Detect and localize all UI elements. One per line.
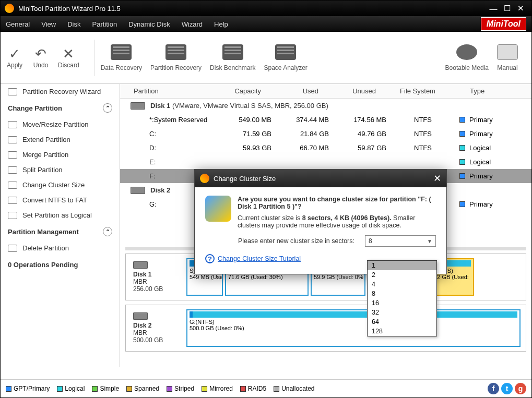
chevron-down-icon: ▼: [427, 238, 432, 244]
check-icon: ✓: [6, 47, 23, 62]
table-header: Partition Capacity Used Unused File Syst…: [120, 84, 531, 99]
menu-view[interactable]: View: [41, 20, 56, 28]
window-title: MiniTool Partition Wizard Pro 11.5: [18, 5, 121, 13]
legend-item: Striped: [167, 385, 194, 392]
legend: GPT/PrimaryLogicalSimpleSpannedStripedMi…: [1, 379, 531, 397]
change-cluster-size-dialog: Change Cluster Size ✕ Are you sure you w…: [194, 169, 447, 274]
sidebar-item[interactable]: Convert NTFS to FAT: [1, 192, 120, 208]
legend-item: Logical: [57, 385, 85, 392]
col-filesystem[interactable]: File System: [381, 87, 454, 95]
close-button[interactable]: ✕: [514, 2, 527, 15]
action-icon: [8, 151, 17, 159]
drive-icon: [222, 44, 243, 60]
disk-benchmark-button[interactable]: Disk Benchmark: [210, 44, 255, 71]
drive-icon: [8, 88, 17, 95]
sidebar: Partition Recovery Wizard Change Partiti…: [1, 84, 120, 367]
sidebar-item[interactable]: Change Cluster Size: [1, 177, 120, 192]
dropdown-option[interactable]: 64: [368, 317, 436, 327]
col-type[interactable]: Type: [454, 87, 531, 95]
menu-partition[interactable]: Partition: [92, 20, 117, 28]
col-capacity[interactable]: Capacity: [209, 87, 266, 95]
dialog-close-button[interactable]: ✕: [433, 173, 441, 184]
sidebar-item-recovery-wizard[interactable]: Partition Recovery Wizard: [1, 84, 120, 99]
toolbar: ✓Apply ↶Undo ✕Discard Data Recovery Part…: [1, 32, 531, 84]
dialog-current-info: Current cluster size is 8 sectors, 4 KB …: [238, 214, 436, 229]
dialog-prompt: Please enter new cluster size in sectors…: [238, 237, 354, 245]
sidebar-item[interactable]: Extend Partition: [1, 132, 120, 147]
bootable-media-button[interactable]: Bootable Media: [445, 44, 489, 71]
sidebar-header-partition-management[interactable]: Partition Management⌃: [1, 223, 120, 240]
facebook-icon[interactable]: f: [488, 383, 499, 394]
col-partition[interactable]: Partition: [120, 87, 209, 95]
legend-item: RAID5: [240, 385, 266, 392]
menu-help[interactable]: Help: [214, 20, 228, 28]
action-icon: [8, 197, 17, 204]
drive-icon: [165, 44, 186, 60]
dropdown-option[interactable]: 2: [368, 270, 436, 280]
twitter-icon[interactable]: t: [501, 383, 513, 394]
col-used[interactable]: Used: [266, 87, 324, 95]
partition-recovery-button[interactable]: Partition Recovery: [150, 44, 202, 71]
space-analyzer-button[interactable]: Space Analyzer: [264, 44, 307, 71]
title-bar: MiniTool Partition Wizard Pro 11.5 — ☐ ✕: [1, 1, 531, 16]
disc-icon: [456, 44, 477, 60]
action-icon: [8, 212, 17, 219]
googleplus-icon[interactable]: g: [515, 383, 526, 394]
sidebar-item[interactable]: Set Partition as Logical: [1, 208, 120, 223]
brand-logo: MiniTool: [481, 17, 526, 31]
menu-general[interactable]: General: [6, 20, 30, 28]
help-icon: ?: [205, 254, 215, 263]
action-icon: [8, 182, 17, 189]
legend-item: Unallocated: [274, 385, 314, 392]
dialog-icon: [200, 174, 209, 183]
dropdown-option[interactable]: 4: [368, 280, 436, 289]
drive-icon: [275, 44, 296, 60]
hdd-icon: [133, 312, 148, 320]
legend-item: Spanned: [126, 385, 159, 392]
dropdown-option[interactable]: 16: [368, 298, 436, 308]
partition-block[interactable]: G:(NTFS)500.0 GB (Used: 0%): [186, 309, 521, 347]
data-recovery-button[interactable]: Data Recovery: [101, 44, 142, 71]
manual-button[interactable]: Manual: [497, 44, 518, 71]
chevron-up-icon: ⌃: [103, 227, 112, 236]
dialog-hero-icon: [205, 196, 231, 222]
menu-bar: General View Disk Partition Dynamic Disk…: [1, 16, 531, 32]
sidebar-item[interactable]: Split Partition: [1, 162, 120, 177]
chevron-up-icon: ⌃: [103, 103, 112, 113]
cluster-size-dropdown[interactable]: 1248163264128: [367, 260, 437, 336]
table-row[interactable]: D:59.93 GB66.70 MB59.87 GBNTFSLogical: [120, 141, 531, 155]
col-unused[interactable]: Unused: [324, 87, 381, 95]
app-icon: [5, 4, 14, 13]
sidebar-item[interactable]: Move/Resize Partition: [1, 117, 120, 132]
dialog-title-bar[interactable]: Change Cluster Size ✕: [195, 170, 446, 187]
apply-button[interactable]: ✓Apply: [6, 47, 23, 69]
minimize-button[interactable]: —: [487, 2, 500, 15]
sidebar-header-change-partition[interactable]: Change Partition⌃: [1, 99, 120, 117]
maximize-button[interactable]: ☐: [500, 2, 514, 15]
table-row[interactable]: *:System Reserved549.00 MB374.44 MB174.5…: [120, 113, 531, 127]
dropdown-option[interactable]: 128: [368, 327, 436, 336]
action-icon: [8, 245, 17, 252]
pending-operations: 0 Operations Pending: [1, 256, 120, 274]
drive-icon: [111, 44, 132, 60]
dialog-question: Are you sure you want to change cluster …: [238, 196, 436, 210]
sidebar-item[interactable]: Merge Partition: [1, 147, 120, 162]
table-row[interactable]: E:Logical: [120, 155, 531, 169]
menu-dynamic-disk[interactable]: Dynamic Disk: [128, 20, 170, 28]
dropdown-option[interactable]: 8: [368, 289, 436, 298]
dropdown-option[interactable]: 1: [368, 261, 436, 270]
cluster-size-select[interactable]: 8 ▼: [365, 235, 436, 247]
disk-2-map: Disk 2 MBR 500.00 GB G:(NTFS)500.0 GB (U…: [125, 305, 526, 352]
menu-wizard[interactable]: Wizard: [182, 20, 203, 28]
action-icon: [8, 136, 17, 143]
menu-disk[interactable]: Disk: [67, 20, 80, 28]
discard-button[interactable]: ✕Discard: [58, 47, 79, 69]
dropdown-option[interactable]: 32: [368, 308, 436, 317]
disk-1-header[interactable]: Disk 1 (VMware, VMware Virtual S SAS, MB…: [120, 99, 531, 113]
sidebar-item[interactable]: Delete Partition: [1, 240, 120, 256]
undo-button[interactable]: ↶Undo: [32, 47, 50, 69]
legend-item: GPT/Primary: [6, 385, 50, 392]
hdd-icon: [133, 261, 148, 269]
discard-icon: ✕: [60, 47, 77, 62]
table-row[interactable]: C:71.59 GB21.84 GB49.76 GBNTFSPrimary: [120, 127, 531, 141]
